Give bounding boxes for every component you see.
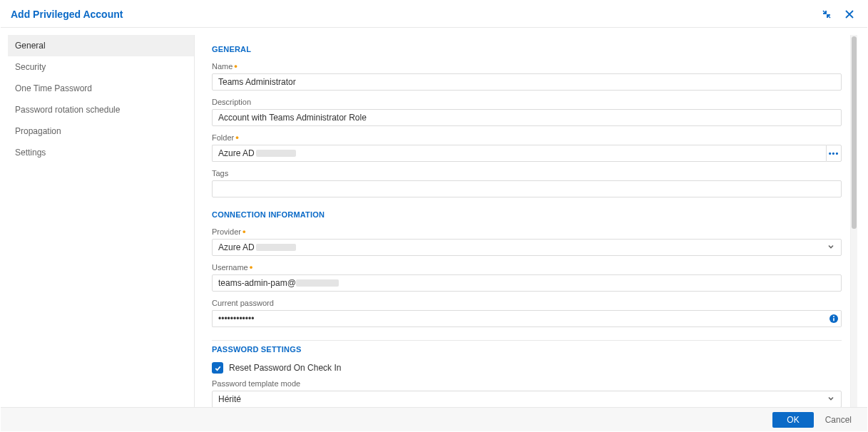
required-icon: • bbox=[250, 265, 253, 270]
ok-button[interactable]: OK bbox=[772, 412, 813, 428]
form-content: GENERAL Name• Description Folder• bbox=[195, 35, 850, 407]
reset-on-checkin-checkbox[interactable] bbox=[212, 362, 223, 374]
required-icon: • bbox=[242, 230, 246, 235]
field-name: Name• bbox=[212, 62, 842, 91]
scrollbar[interactable] bbox=[850, 35, 857, 407]
required-icon: • bbox=[235, 135, 239, 140]
sidebar-item-label: One Time Password bbox=[15, 83, 92, 93]
dialog-body: General Security One Time Password Passw… bbox=[1, 28, 867, 407]
scrollbar-thumb[interactable] bbox=[852, 36, 857, 229]
sidebar: General Security One Time Password Passw… bbox=[8, 35, 195, 407]
username-value-prefix: teams-admin-pam@ bbox=[218, 278, 296, 288]
folder-input[interactable]: Azure AD bbox=[212, 145, 826, 162]
section-title-password-settings: PASSWORD SETTINGS bbox=[212, 345, 842, 354]
template-mode-value: Hérité bbox=[218, 394, 241, 404]
tags-input[interactable] bbox=[212, 180, 842, 197]
label-text: Folder bbox=[212, 133, 234, 142]
redacted-text bbox=[256, 150, 296, 157]
sidebar-item-propagation[interactable]: Propagation bbox=[8, 120, 194, 142]
label-text: Provider bbox=[212, 227, 241, 236]
username-input[interactable]: teams-admin-pam@ bbox=[212, 274, 842, 292]
field-current-password: Current password bbox=[212, 299, 842, 327]
password-info-button[interactable] bbox=[826, 310, 842, 327]
provider-value-prefix: Azure AD bbox=[218, 242, 255, 252]
sidebar-item-security[interactable]: Security bbox=[8, 56, 194, 78]
field-tags: Tags bbox=[212, 169, 842, 197]
chevron-down-icon bbox=[827, 242, 835, 253]
ellipsis-icon: ••• bbox=[829, 149, 839, 158]
svg-point-1 bbox=[833, 316, 834, 317]
folder-browse-button[interactable]: ••• bbox=[826, 145, 842, 162]
checkbox-label: Reset Password On Check In bbox=[229, 363, 341, 373]
button-label: OK bbox=[787, 415, 799, 425]
dialog-footer: OK Cancel bbox=[1, 407, 867, 431]
cancel-button[interactable]: Cancel bbox=[825, 412, 852, 428]
field-folder: Folder• Azure AD ••• bbox=[212, 133, 842, 162]
header-actions bbox=[819, 6, 857, 22]
chevron-down-icon bbox=[827, 394, 835, 405]
field-provider: Provider• Azure AD bbox=[212, 227, 842, 256]
label-text: Tags bbox=[212, 169, 228, 178]
current-password-input[interactable] bbox=[212, 310, 826, 327]
sidebar-item-label: Propagation bbox=[15, 126, 61, 136]
dialog: Add Privileged Account bbox=[0, 0, 868, 432]
sidebar-item-rotation[interactable]: Password rotation schedule bbox=[8, 99, 194, 120]
section-title-connection: CONNECTION INFORMATION bbox=[212, 210, 842, 219]
field-label: Tags bbox=[212, 169, 842, 178]
label-text: Username bbox=[212, 263, 248, 272]
redacted-text bbox=[296, 279, 339, 287]
field-label: Current password bbox=[212, 299, 842, 307]
label-text: Current password bbox=[212, 299, 274, 307]
label-text: Password template mode bbox=[212, 379, 300, 388]
folder-value-prefix: Azure AD bbox=[218, 148, 255, 158]
svg-rect-2 bbox=[833, 318, 834, 322]
sidebar-item-label: Security bbox=[15, 62, 46, 72]
checkbox-row-reset: Reset Password On Check In bbox=[212, 362, 842, 374]
required-icon: • bbox=[234, 64, 238, 69]
sidebar-item-label: Password rotation schedule bbox=[15, 105, 120, 115]
dialog-header: Add Privileged Account bbox=[1, 1, 867, 28]
minimize-icon[interactable] bbox=[819, 6, 834, 22]
sidebar-item-label: General bbox=[15, 41, 46, 51]
field-template-mode: Password template mode Hérité bbox=[212, 379, 842, 407]
redacted-text bbox=[256, 244, 296, 251]
description-input[interactable] bbox=[212, 109, 842, 126]
sidebar-item-settings[interactable]: Settings bbox=[8, 142, 194, 163]
sidebar-item-otp[interactable]: One Time Password bbox=[8, 78, 194, 99]
template-mode-select[interactable]: Hérité bbox=[212, 391, 842, 407]
label-text: Name bbox=[212, 62, 233, 71]
section-title-general: GENERAL bbox=[212, 45, 842, 53]
field-label: Folder• bbox=[212, 133, 842, 142]
divider bbox=[212, 340, 842, 341]
field-username: Username• teams-admin-pam@ bbox=[212, 263, 842, 292]
provider-select[interactable]: Azure AD bbox=[212, 239, 842, 256]
info-icon bbox=[829, 314, 839, 324]
name-input[interactable] bbox=[212, 73, 842, 91]
field-label: Description bbox=[212, 98, 842, 106]
sidebar-item-label: Settings bbox=[15, 148, 46, 158]
label-text: Description bbox=[212, 98, 251, 106]
field-label: Name• bbox=[212, 62, 842, 71]
check-icon bbox=[214, 364, 222, 372]
field-label: Username• bbox=[212, 263, 842, 272]
field-label: Password template mode bbox=[212, 379, 842, 388]
field-description: Description bbox=[212, 98, 842, 126]
sidebar-item-general[interactable]: General bbox=[8, 35, 194, 56]
close-icon[interactable] bbox=[842, 6, 857, 22]
field-label: Provider• bbox=[212, 227, 842, 236]
button-label: Cancel bbox=[825, 415, 852, 425]
dialog-title: Add Privileged Account bbox=[11, 9, 819, 20]
